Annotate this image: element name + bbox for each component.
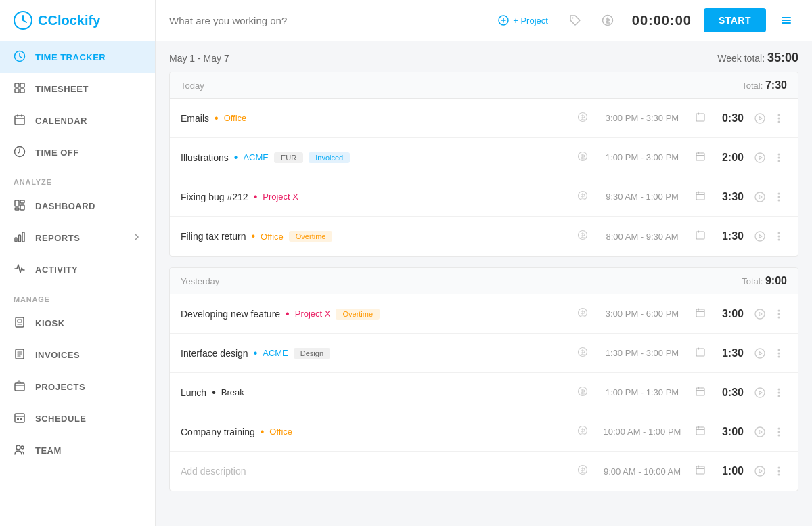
table-row: Lunch•Break1:00 PM - 1:30 PM0:30 xyxy=(170,373,798,412)
calendar-icon[interactable] xyxy=(695,425,706,439)
view-mode-button[interactable] xyxy=(774,8,798,32)
more-button[interactable] xyxy=(771,382,787,403)
entry-project[interactable]: ACME xyxy=(263,348,288,358)
play-button[interactable] xyxy=(749,421,771,443)
svg-point-46 xyxy=(778,196,780,198)
svg-rect-16 xyxy=(18,320,22,322)
more-button[interactable] xyxy=(771,108,787,129)
today-entries: Emails•Office3:00 PM - 3:30 PM0:30Illust… xyxy=(170,99,798,256)
yesterday-entries: Developing new feature•Project XOvertime… xyxy=(170,294,798,491)
svg-point-64 xyxy=(778,352,780,354)
svg-rect-8 xyxy=(15,200,19,206)
billing-icon[interactable] xyxy=(577,425,588,439)
svg-point-53 xyxy=(778,239,780,241)
billing-icon[interactable] xyxy=(577,190,588,204)
project-dot: • xyxy=(286,308,290,320)
start-button[interactable]: START xyxy=(704,8,766,32)
sidebar-item-kiosk[interactable]: KIOSK xyxy=(0,307,155,339)
sidebar-item-team[interactable]: TEAM xyxy=(0,435,155,466)
sidebar-item-projects[interactable]: PROJECTS xyxy=(0,371,155,403)
entry-description: Emails•Office xyxy=(181,112,570,125)
more-button[interactable] xyxy=(771,421,787,443)
entry-name: Interface design xyxy=(181,348,248,359)
calendar-icon[interactable] xyxy=(695,190,706,204)
play-button[interactable] xyxy=(749,303,771,325)
sidebar-item-label-reports: REPORTS xyxy=(35,233,122,243)
sidebar-item-time-tracker[interactable]: TIME TRACKER xyxy=(0,41,155,73)
sidebar-item-timesheet[interactable]: TIMESHEET xyxy=(0,73,155,105)
play-button[interactable] xyxy=(749,147,771,169)
svg-point-81 xyxy=(778,467,780,469)
entry-project[interactable]: Office xyxy=(224,113,247,123)
calendar-icon[interactable] xyxy=(695,464,706,478)
entry-project[interactable]: Office xyxy=(261,232,284,242)
billing-icon[interactable] xyxy=(577,229,588,243)
add-project-button[interactable]: + Project xyxy=(491,11,555,30)
entry-name: Filing tax return xyxy=(181,231,246,242)
tag-button[interactable] xyxy=(563,8,587,32)
sidebar-item-schedule[interactable]: SCHEDULE xyxy=(0,403,155,435)
more-button[interactable] xyxy=(771,147,787,169)
svg-point-80 xyxy=(755,466,765,476)
description-input[interactable] xyxy=(169,15,483,26)
play-button[interactable] xyxy=(749,343,771,364)
entry-project[interactable]: Office xyxy=(269,426,292,437)
calendar-icon[interactable] xyxy=(695,347,706,360)
billing-icon[interactable] xyxy=(577,307,588,321)
svg-point-33 xyxy=(778,114,780,116)
entry-name-placeholder[interactable]: Add description xyxy=(181,466,246,477)
entry-time-range: 9:30 AM - 1:00 PM xyxy=(595,192,690,202)
more-button[interactable] xyxy=(771,186,787,208)
entry-time-range: 8:00 AM - 9:30 AM xyxy=(595,232,690,242)
sidebar-item-time-off[interactable]: TIME OFF xyxy=(0,137,155,169)
entry-project[interactable]: ACME xyxy=(243,152,269,162)
main-content: + Project 00:00:00 START xyxy=(156,0,812,526)
play-button[interactable] xyxy=(749,460,771,482)
sidebar-item-reports[interactable]: REPORTS xyxy=(0,222,155,254)
sidebar-item-label-schedule: SCHEDULE xyxy=(35,414,141,424)
play-button[interactable] xyxy=(749,225,771,247)
table-row: Emails•Office3:00 PM - 3:30 PM0:30 xyxy=(170,99,798,138)
dollar-icon xyxy=(602,14,614,26)
sidebar-item-dashboard[interactable]: DASHBOARD xyxy=(0,190,155,222)
billing-icon[interactable] xyxy=(577,151,588,165)
entry-duration: 2:00 xyxy=(711,152,744,164)
more-button[interactable] xyxy=(771,303,787,325)
entry-project[interactable]: Project X xyxy=(295,309,331,319)
svg-point-51 xyxy=(778,232,780,234)
play-button[interactable] xyxy=(749,186,771,208)
calendar-icon[interactable] xyxy=(695,229,706,243)
svg-point-56 xyxy=(755,309,765,319)
more-button[interactable] xyxy=(771,460,787,482)
sidebar-item-calendar[interactable]: CALENDAR xyxy=(0,105,155,137)
calendar-icon[interactable] xyxy=(695,151,706,165)
play-button[interactable] xyxy=(749,108,771,129)
billing-icon[interactable] xyxy=(577,347,588,360)
entry-name: Company training xyxy=(181,426,255,437)
entry-time-range: 9:00 AM - 10:00 AM xyxy=(595,466,690,477)
project-dot: • xyxy=(254,191,258,203)
sidebar-item-activity[interactable]: ACTIVITY xyxy=(0,254,155,286)
entry-project[interactable]: Break xyxy=(221,387,244,397)
more-button[interactable] xyxy=(771,225,787,247)
tag-icon xyxy=(569,14,581,26)
section-label-analyze: ANALYZE xyxy=(0,169,155,190)
sidebar-item-invoices[interactable]: INVOICES xyxy=(0,339,155,371)
more-button[interactable] xyxy=(771,343,787,364)
billing-icon[interactable] xyxy=(577,464,588,478)
svg-rect-29 xyxy=(782,22,791,24)
svg-point-68 xyxy=(755,388,765,397)
billing-icon[interactable] xyxy=(577,386,588,399)
week-header: May 1 - May 7 Week total: 35:00 xyxy=(169,41,798,72)
calendar-icon[interactable] xyxy=(695,307,706,321)
billing-button[interactable] xyxy=(595,8,620,32)
play-button[interactable] xyxy=(749,382,771,403)
calendar-icon[interactable] xyxy=(695,112,706,125)
entry-time-range: 3:00 PM - 6:00 PM xyxy=(595,309,690,319)
billing-icon[interactable] xyxy=(577,112,588,125)
logo: CClockify xyxy=(0,0,155,41)
svg-rect-10 xyxy=(20,205,24,210)
entry-project[interactable]: Project X xyxy=(263,192,298,202)
kiosk-icon xyxy=(14,316,26,330)
calendar-icon[interactable] xyxy=(695,386,706,399)
